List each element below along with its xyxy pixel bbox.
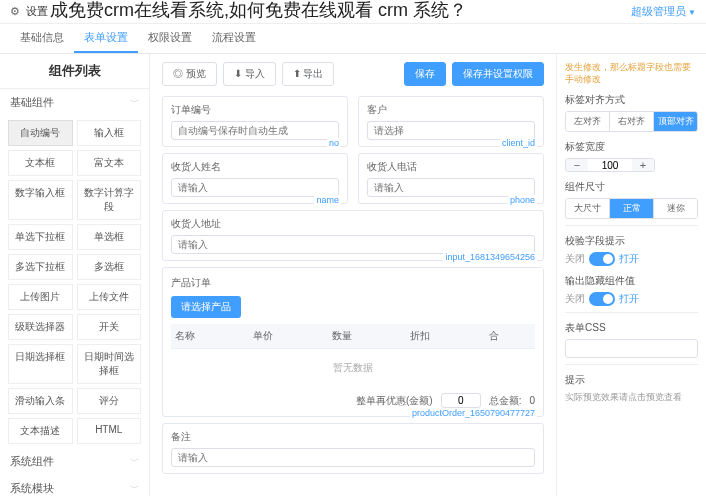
table-header: 数量 [328,324,406,349]
component-item[interactable]: 滑动输入条 [8,388,73,414]
component-item[interactable]: HTML [77,418,142,444]
tab-form-settings[interactable]: 表单设置 [74,24,138,53]
component-item[interactable]: 富文本 [77,150,142,176]
field-name-badge: no [327,138,341,148]
validate-switch[interactable] [589,252,615,266]
component-sidebar: 组件列表 基础组件﹀ 自动编号输入框文本框富文本数字输入框数字计算字段单选下拉框… [0,54,150,496]
hide-output-switch[interactable] [589,292,615,306]
save-button[interactable]: 保存 [404,62,446,86]
page-overlay-title: 成免费crm在线看系统,如何免费在线观看 crm 系统？ [50,0,467,22]
field-name-badge: productOrder_1650790477727 [410,408,537,418]
component-item[interactable]: 日期选择框 [8,344,73,384]
label-width-stepper[interactable]: − + [565,158,655,172]
align-group: 左对齐 右对齐 顶部对齐 [565,111,698,132]
accordion-basic[interactable]: 基础组件﹀ [0,89,149,116]
gear-icon: ⚙ [10,5,20,18]
remark-input[interactable] [171,448,535,467]
component-item[interactable]: 输入框 [77,120,142,146]
field-remark[interactable]: 备注 [162,423,544,474]
field-recv-addr[interactable]: 收货人地址 input_1681349654256 [162,210,544,261]
product-table: 名称单价数量折扣合 [171,324,535,349]
tab-basic-info[interactable]: 基础信息 [10,24,74,53]
product-order-section[interactable]: 产品订单 请选择产品 名称单价数量折扣合 暂无数据 整单再优惠(金额) 总金额:… [162,267,544,417]
field-name-badge: client_id [500,138,537,148]
import-button[interactable]: ⬇ 导入 [223,62,276,86]
tab-permission-settings[interactable]: 权限设置 [138,24,202,53]
align-top[interactable]: 顶部对齐 [654,112,697,131]
field-name-badge: name [314,195,341,205]
component-item[interactable]: 自动编号 [8,120,73,146]
stepper-minus[interactable]: − [566,159,588,171]
component-item[interactable]: 文本描述 [8,418,73,444]
save-perm-button[interactable]: 保存并设置权限 [452,62,544,86]
component-item[interactable]: 级联选择器 [8,314,73,340]
preview-button[interactable]: ◎ 预览 [162,62,217,86]
component-item[interactable]: 数字计算字段 [77,180,142,220]
tab-process-settings[interactable]: 流程设置 [202,24,266,53]
table-header: 折扣 [406,324,484,349]
size-mini[interactable]: 迷你 [654,199,697,218]
component-item[interactable]: 开关 [77,314,142,340]
component-item[interactable]: 单选框 [77,224,142,250]
accordion-system-mod[interactable]: 系统模块﹀ [0,475,149,496]
component-item[interactable]: 文本框 [8,150,73,176]
size-large[interactable]: 大尺寸 [566,199,610,218]
user-role-dropdown[interactable]: 超级管理员▼ [631,4,696,19]
component-item[interactable]: 单选下拉框 [8,224,73,250]
chevron-down-icon: ﹀ [130,455,139,468]
field-order-no[interactable]: 订单编号 no [162,96,348,147]
table-empty: 暂无数据 [171,349,535,387]
field-recv-name[interactable]: 收货人姓名 name [162,153,348,204]
preview-hint: 实际预览效果请点击预览查看 [565,391,698,404]
accordion-system-comp[interactable]: 系统组件﹀ [0,448,149,475]
align-right[interactable]: 右对齐 [610,112,654,131]
form-css-input[interactable] [565,339,698,358]
export-button[interactable]: ⬆ 导出 [282,62,335,86]
total-amount: 0 [529,395,535,406]
component-item[interactable]: 评分 [77,388,142,414]
table-header: 名称 [171,324,249,349]
size-group: 大尺寸 正常 迷你 [565,198,698,219]
field-name-badge: phone [508,195,537,205]
component-item[interactable]: 多选框 [77,254,142,280]
field-name-badge: input_1681349654256 [443,252,537,262]
select-product-button[interactable]: 请选择产品 [171,296,241,318]
chevron-down-icon: ﹀ [130,96,139,109]
warning-text: 发生修改，那么标题字段也需要手动修改 [565,62,698,85]
order-no-input[interactable] [171,121,339,140]
stepper-plus[interactable]: + [632,159,654,171]
align-left[interactable]: 左对齐 [566,112,610,131]
table-header: 合 [485,324,535,349]
size-normal[interactable]: 正常 [610,199,654,218]
sidebar-title: 组件列表 [0,54,149,89]
label-width-input[interactable] [588,159,632,171]
table-header: 单价 [249,324,327,349]
form-canvas: ◎ 预览 ⬇ 导入 ⬆ 导出 保存 保存并设置权限 订单编号 no 客户 cli… [150,54,556,496]
discount-input[interactable] [441,393,481,408]
component-item[interactable]: 上传文件 [77,284,142,310]
settings-label: 设置 [26,4,48,19]
main-tabs: 基础信息 表单设置 权限设置 流程设置 [0,24,706,54]
chevron-down-icon: ﹀ [130,482,139,495]
property-panel: 发生修改，那么标题字段也需要手动修改 标签对齐方式 左对齐 右对齐 顶部对齐 标… [556,54,706,496]
component-item[interactable]: 多选下拉框 [8,254,73,280]
component-item[interactable]: 数字输入框 [8,180,73,220]
chevron-down-icon: ▼ [688,8,696,17]
component-item[interactable]: 日期时间选择框 [77,344,142,384]
field-customer[interactable]: 客户 client_id [358,96,544,147]
component-item[interactable]: 上传图片 [8,284,73,310]
field-recv-phone[interactable]: 收货人电话 phone [358,153,544,204]
